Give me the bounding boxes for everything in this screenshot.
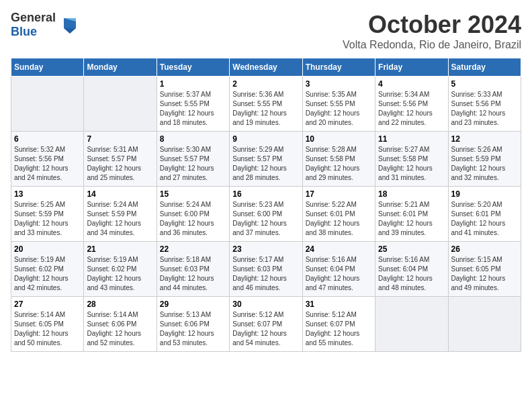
day-number: 30 [232, 300, 299, 309]
calendar-cell: 12Sunrise: 5:26 AMSunset: 5:59 PMDayligh… [448, 132, 521, 187]
day-info: Sunrise: 5:23 AMSunset: 6:00 PMDaylight:… [232, 200, 299, 238]
page-header: General Blue October 2024 Volta Redonda,… [11, 11, 521, 51]
day-info: Sunrise: 5:14 AMSunset: 6:06 PMDaylight:… [87, 310, 153, 348]
title-block: October 2024 Volta Redonda, Rio de Janei… [343, 11, 521, 51]
day-number: 5 [451, 79, 518, 89]
calendar-cell: 25Sunrise: 5:16 AMSunset: 6:04 PMDayligh… [375, 242, 448, 297]
day-info: Sunrise: 5:17 AMSunset: 6:03 PMDaylight:… [232, 255, 299, 293]
day-number: 26 [451, 244, 518, 254]
day-info: Sunrise: 5:22 AMSunset: 6:01 PMDaylight:… [306, 200, 372, 238]
calendar-cell: 17Sunrise: 5:22 AMSunset: 6:01 PMDayligh… [302, 187, 375, 242]
day-number: 28 [87, 300, 153, 309]
calendar-cell: 20Sunrise: 5:19 AMSunset: 6:02 PMDayligh… [11, 242, 84, 297]
day-number: 14 [87, 189, 153, 199]
day-number: 20 [14, 244, 81, 254]
day-info: Sunrise: 5:12 AMSunset: 6:07 PMDaylight:… [232, 310, 299, 348]
month-title: October 2024 [343, 11, 521, 39]
day-number: 29 [160, 300, 226, 309]
calendar-cell [11, 77, 84, 132]
day-info: Sunrise: 5:24 AMSunset: 5:59 PMDaylight:… [87, 200, 153, 238]
day-number: 19 [451, 189, 518, 199]
calendar-cell: 1Sunrise: 5:37 AMSunset: 5:55 PMDaylight… [157, 77, 229, 132]
logo-text: General Blue [11, 11, 77, 39]
calendar-cell: 30Sunrise: 5:12 AMSunset: 6:07 PMDayligh… [230, 297, 302, 352]
day-number: 24 [306, 244, 372, 254]
calendar-week-row: 20Sunrise: 5:19 AMSunset: 6:02 PMDayligh… [11, 242, 521, 297]
weekday-header: Monday [84, 58, 157, 77]
logo: General Blue [11, 11, 77, 39]
day-number: 23 [232, 244, 299, 254]
weekday-header: Thursday [302, 58, 375, 77]
day-number: 17 [306, 189, 372, 199]
day-info: Sunrise: 5:26 AMSunset: 5:59 PMDaylight:… [451, 145, 518, 183]
day-number: 21 [87, 244, 153, 254]
day-info: Sunrise: 5:12 AMSunset: 6:07 PMDaylight:… [306, 310, 372, 348]
calendar-cell: 5Sunrise: 5:33 AMSunset: 5:56 PMDaylight… [448, 77, 521, 132]
day-number: 18 [378, 189, 445, 199]
day-number: 22 [160, 244, 226, 254]
day-number: 13 [14, 189, 81, 199]
day-number: 12 [451, 134, 518, 144]
day-info: Sunrise: 5:14 AMSunset: 6:05 PMDaylight:… [14, 310, 81, 348]
calendar-week-row: 6Sunrise: 5:32 AMSunset: 5:56 PMDaylight… [11, 132, 521, 187]
day-info: Sunrise: 5:31 AMSunset: 5:57 PMDaylight:… [87, 145, 153, 183]
calendar-cell [448, 297, 521, 352]
day-number: 7 [87, 134, 153, 144]
weekday-header: Wednesday [230, 58, 302, 77]
calendar-cell: 13Sunrise: 5:25 AMSunset: 5:59 PMDayligh… [11, 187, 84, 242]
day-info: Sunrise: 5:33 AMSunset: 5:56 PMDaylight:… [451, 90, 518, 128]
day-info: Sunrise: 5:20 AMSunset: 6:01 PMDaylight:… [451, 200, 518, 238]
day-info: Sunrise: 5:18 AMSunset: 6:03 PMDaylight:… [160, 255, 226, 293]
day-info: Sunrise: 5:19 AMSunset: 6:02 PMDaylight:… [14, 255, 81, 293]
calendar-cell: 15Sunrise: 5:24 AMSunset: 6:00 PMDayligh… [157, 187, 229, 242]
day-number: 1 [160, 79, 226, 89]
day-info: Sunrise: 5:27 AMSunset: 5:58 PMDaylight:… [378, 145, 445, 183]
day-info: Sunrise: 5:16 AMSunset: 6:04 PMDaylight:… [378, 255, 445, 293]
day-number: 31 [306, 300, 372, 309]
day-number: 6 [14, 134, 81, 144]
calendar-cell: 4Sunrise: 5:34 AMSunset: 5:56 PMDaylight… [375, 77, 448, 132]
calendar-cell: 31Sunrise: 5:12 AMSunset: 6:07 PMDayligh… [302, 297, 375, 352]
day-info: Sunrise: 5:30 AMSunset: 5:57 PMDaylight:… [160, 145, 226, 183]
calendar-week-row: 13Sunrise: 5:25 AMSunset: 5:59 PMDayligh… [11, 187, 521, 242]
calendar-week-row: 27Sunrise: 5:14 AMSunset: 6:05 PMDayligh… [11, 297, 521, 352]
svg-marker-2 [64, 28, 76, 34]
day-number: 4 [378, 79, 445, 89]
calendar-cell: 19Sunrise: 5:20 AMSunset: 6:01 PMDayligh… [448, 187, 521, 242]
calendar-cell [375, 297, 448, 352]
day-info: Sunrise: 5:21 AMSunset: 6:01 PMDaylight:… [378, 200, 445, 238]
day-number: 27 [14, 300, 81, 309]
calendar-cell: 28Sunrise: 5:14 AMSunset: 6:06 PMDayligh… [84, 297, 157, 352]
calendar-cell: 11Sunrise: 5:27 AMSunset: 5:58 PMDayligh… [375, 132, 448, 187]
day-info: Sunrise: 5:32 AMSunset: 5:56 PMDaylight:… [14, 145, 81, 183]
calendar-cell: 21Sunrise: 5:19 AMSunset: 6:02 PMDayligh… [84, 242, 157, 297]
calendar-cell: 26Sunrise: 5:15 AMSunset: 6:05 PMDayligh… [448, 242, 521, 297]
calendar-cell: 10Sunrise: 5:28 AMSunset: 5:58 PMDayligh… [302, 132, 375, 187]
weekday-header-row: SundayMondayTuesdayWednesdayThursdayFrid… [11, 58, 521, 77]
calendar-cell: 3Sunrise: 5:35 AMSunset: 5:55 PMDaylight… [302, 77, 375, 132]
day-info: Sunrise: 5:35 AMSunset: 5:55 PMDaylight:… [306, 90, 372, 128]
calendar-cell: 18Sunrise: 5:21 AMSunset: 6:01 PMDayligh… [375, 187, 448, 242]
calendar-week-row: 1Sunrise: 5:37 AMSunset: 5:55 PMDaylight… [11, 77, 521, 132]
weekday-header: Saturday [448, 58, 521, 77]
weekday-header: Friday [375, 58, 448, 77]
location-title: Volta Redonda, Rio de Janeiro, Brazil [343, 39, 521, 51]
day-number: 11 [378, 134, 445, 144]
day-info: Sunrise: 5:36 AMSunset: 5:55 PMDaylight:… [232, 90, 299, 128]
day-number: 25 [378, 244, 445, 254]
day-info: Sunrise: 5:29 AMSunset: 5:57 PMDaylight:… [232, 145, 299, 183]
day-info: Sunrise: 5:28 AMSunset: 5:58 PMDaylight:… [306, 145, 372, 183]
logo-icon [57, 15, 77, 35]
logo-general: General [11, 11, 56, 24]
day-info: Sunrise: 5:25 AMSunset: 5:59 PMDaylight:… [14, 200, 81, 238]
day-number: 9 [232, 134, 299, 144]
weekday-header: Tuesday [157, 58, 229, 77]
calendar-cell: 6Sunrise: 5:32 AMSunset: 5:56 PMDaylight… [11, 132, 84, 187]
day-number: 16 [232, 189, 299, 199]
calendar-cell: 14Sunrise: 5:24 AMSunset: 5:59 PMDayligh… [84, 187, 157, 242]
day-number: 8 [160, 134, 226, 144]
day-number: 2 [232, 79, 299, 89]
day-info: Sunrise: 5:34 AMSunset: 5:56 PMDaylight:… [378, 90, 445, 128]
logo-blue: Blue [11, 25, 37, 38]
calendar-cell: 9Sunrise: 5:29 AMSunset: 5:57 PMDaylight… [230, 132, 302, 187]
